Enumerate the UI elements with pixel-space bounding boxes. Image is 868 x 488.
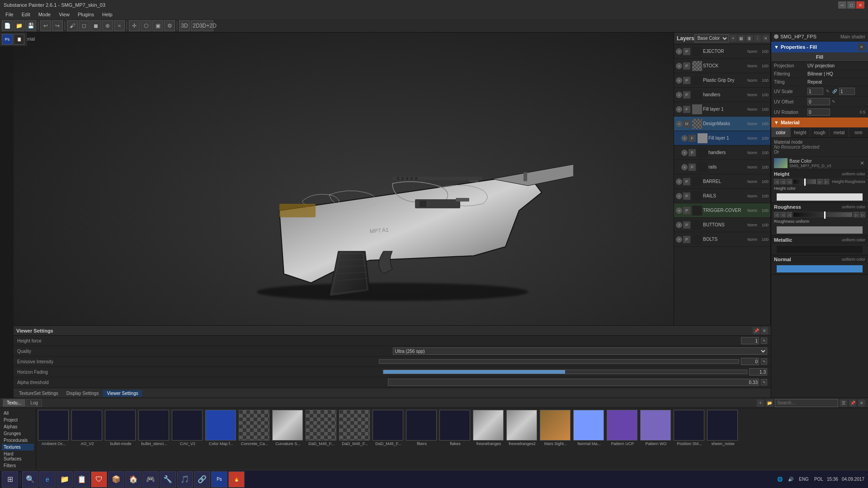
vs-emissive-input[interactable] bbox=[741, 358, 759, 365]
shelf-item-7[interactable]: Curvature S... bbox=[272, 410, 304, 446]
vs-quality-dropdown[interactable]: Ultra (256 spp) bbox=[393, 347, 768, 355]
tool-redo[interactable]: ↪ bbox=[52, 20, 63, 31]
taskbar-edge-btn[interactable]: e bbox=[39, 471, 56, 488]
shelf-item-19[interactable]: Position SM... bbox=[674, 410, 705, 446]
chain-icon-uvscale[interactable]: 🔗 bbox=[832, 89, 837, 94]
tool-smudge[interactable]: ≈ bbox=[114, 20, 125, 31]
layer-row-barrel[interactable]: ● P BARREL Norm 100 bbox=[674, 174, 770, 189]
layer-vis-barrel[interactable]: ● bbox=[676, 178, 682, 185]
rough-slider-left3-btn[interactable]: ◁ bbox=[787, 212, 792, 217]
mat-tab-color[interactable]: color bbox=[771, 127, 791, 137]
layer-row-buttons[interactable]: ● P BUTTONS Norm 100 bbox=[674, 218, 770, 232]
tool-fill[interactable]: ◼ bbox=[90, 20, 101, 31]
shelf-item-11[interactable]: fibers bbox=[406, 410, 438, 446]
layer-vis-ejector[interactable]: ● bbox=[676, 48, 682, 55]
shelf-item-10[interactable]: DaD_M45_F... bbox=[373, 410, 404, 446]
taskbar-start-btn[interactable]: ⊞ bbox=[2, 471, 18, 488]
vs-close-btn[interactable]: ✕ bbox=[761, 327, 768, 334]
taskbar-photoshop-btn[interactable]: Ps bbox=[211, 471, 227, 488]
edit-icon-uvoffset[interactable]: ✎ bbox=[832, 99, 835, 104]
layer-vis-stock[interactable]: ● bbox=[676, 63, 682, 69]
height-slider-track[interactable] bbox=[793, 179, 816, 184]
height-slider-right-btn[interactable]: ▷ bbox=[817, 179, 823, 184]
layer-vis-fill1[interactable]: ● bbox=[676, 106, 682, 113]
prop-close-btn[interactable]: ✕ bbox=[858, 43, 865, 51]
tray-network[interactable]: 🌐 bbox=[775, 476, 784, 483]
layer-vis-designmasks[interactable]: ● bbox=[676, 121, 682, 127]
shelf-item-9[interactable]: DaD_M45_F... bbox=[339, 410, 371, 446]
layer-vis-buttons[interactable]: ● bbox=[676, 222, 682, 228]
height-slider-right2-btn[interactable]: ▷ bbox=[824, 179, 829, 184]
mat-tab-height[interactable]: height bbox=[791, 127, 810, 137]
tab-display-settings[interactable]: Display Settings bbox=[63, 390, 103, 397]
roughness-color-swatch[interactable] bbox=[777, 226, 863, 234]
rough-slider-right-btn[interactable]: ▷ bbox=[854, 212, 859, 217]
shelf-item-1[interactable]: AO_V2 bbox=[71, 410, 103, 446]
ps-icon[interactable]: Ps bbox=[2, 34, 13, 45]
tab-viewer-settings[interactable]: Viewer Settings bbox=[103, 390, 142, 397]
shelf-item-4[interactable]: CAV_V2 bbox=[172, 410, 203, 446]
layer-vis-handlers1[interactable]: ● bbox=[676, 92, 682, 98]
tool-bake[interactable]: ⚙ bbox=[164, 20, 175, 31]
tool-3d2d[interactable]: 3D+2D bbox=[203, 20, 213, 31]
vs-pin-btn[interactable]: 📌 bbox=[753, 327, 760, 334]
taskbar-btn4[interactable]: 🛡 bbox=[91, 471, 107, 488]
vs-height-force-input[interactable] bbox=[741, 337, 759, 344]
layer-vis-plastic[interactable]: ● bbox=[676, 77, 682, 84]
taskbar-btn5[interactable]: 📦 bbox=[108, 471, 124, 488]
shelf-tab-log[interactable]: Log bbox=[26, 399, 42, 407]
layer-row-handlers2[interactable]: ● P handlers Norm 100 bbox=[674, 145, 770, 160]
layer-row-plastic[interactable]: ● P Plastic Grip Dry Norm 100 bbox=[674, 73, 770, 88]
shelf-item-2[interactable]: bullet-mode bbox=[105, 410, 137, 446]
channel-select[interactable]: Base Color bbox=[694, 34, 729, 42]
layer-row-fill2[interactable]: ● F Fill layer 1 Norm 100 bbox=[674, 131, 770, 145]
taskbar-btn9[interactable]: 🎵 bbox=[177, 471, 193, 488]
rough-slider-right2-btn[interactable]: ▷ bbox=[860, 212, 865, 217]
shelf-item-8[interactable]: DaD_M45_F... bbox=[306, 410, 337, 446]
shelf-cat-filters[interactable]: Filters bbox=[2, 462, 34, 469]
vs-height-force-edit-btn[interactable]: ✎ bbox=[761, 338, 767, 344]
layer-vis-rails1[interactable]: ● bbox=[681, 164, 688, 170]
taskbar-btn8[interactable]: 🔧 bbox=[160, 471, 176, 488]
shelf-item-5[interactable]: Color Map f... bbox=[205, 410, 237, 446]
maximize-button[interactable]: □ bbox=[847, 1, 855, 9]
layer-row-stock[interactable]: ● P STOCK Norm 100 bbox=[674, 59, 770, 73]
mat-tab-nrm[interactable]: nrm bbox=[849, 127, 868, 137]
layer-row-designmasks[interactable]: ● M DesignMasks Norm 100 bbox=[674, 117, 770, 131]
height-color-swatch[interactable] bbox=[777, 193, 863, 201]
taskbar-explorer-btn[interactable]: 📁 bbox=[57, 471, 73, 488]
vs-emissive-slider[interactable] bbox=[379, 359, 740, 364]
layer-vis-bolts[interactable]: ● bbox=[676, 236, 682, 243]
layer-vis-fill2[interactable]: ● bbox=[681, 135, 688, 141]
vs-horizon-slider[interactable] bbox=[383, 370, 748, 374]
shelf-item-15[interactable]: Mars Sight... bbox=[540, 410, 571, 446]
shelf-add-btn[interactable]: + bbox=[757, 399, 764, 407]
shelf-item-18[interactable]: Pattern WO bbox=[640, 410, 672, 446]
vs-emissive-edit-btn[interactable]: ✎ bbox=[761, 358, 767, 365]
close-button[interactable]: ✕ bbox=[856, 1, 864, 9]
layer-row-fill1[interactable]: ● F Fill layer 1 Norm 100 bbox=[674, 102, 770, 117]
shelf-item-12[interactable]: flakes bbox=[439, 410, 471, 446]
tool-undo[interactable]: ↩ bbox=[40, 20, 51, 31]
shelf-tab-textures[interactable]: Textu... bbox=[3, 399, 25, 407]
tool-3d[interactable]: 3D bbox=[179, 20, 190, 31]
vs-alpha-threshold-input[interactable] bbox=[388, 379, 760, 386]
tool-clone[interactable]: ⊕ bbox=[102, 20, 113, 31]
tool-new[interactable]: 📄 bbox=[2, 20, 13, 31]
vs-alpha-threshold-edit-btn[interactable]: ✎ bbox=[761, 379, 767, 385]
shelf-cat-procedurals[interactable]: Procedurals bbox=[2, 437, 34, 444]
normal-color-swatch[interactable] bbox=[777, 265, 863, 272]
vs-horizon-input[interactable] bbox=[749, 368, 767, 375]
layer-vis-rails2[interactable]: ● bbox=[676, 193, 682, 199]
tool-transform[interactable]: ✢ bbox=[129, 20, 140, 31]
shelf-item-14[interactable]: fresnelranges2 bbox=[506, 410, 538, 446]
base-color-remove-btn[interactable]: ✕ bbox=[859, 160, 865, 166]
prop-uvscale-input[interactable] bbox=[807, 88, 823, 95]
menu-mode[interactable]: Mode bbox=[35, 11, 55, 18]
taskbar-btn12[interactable]: 🔥 bbox=[228, 471, 245, 488]
layer-row-rails1[interactable]: ● P rails Norm 100 bbox=[674, 160, 770, 174]
shelf-cat-project[interactable]: Project bbox=[2, 417, 34, 423]
shelf-cat-grunges[interactable]: Grunges bbox=[2, 430, 34, 437]
ps-icon2[interactable]: 📋 bbox=[14, 34, 24, 45]
shelf-cat-hard-surfaces[interactable]: Hard Surfaces bbox=[2, 450, 34, 462]
